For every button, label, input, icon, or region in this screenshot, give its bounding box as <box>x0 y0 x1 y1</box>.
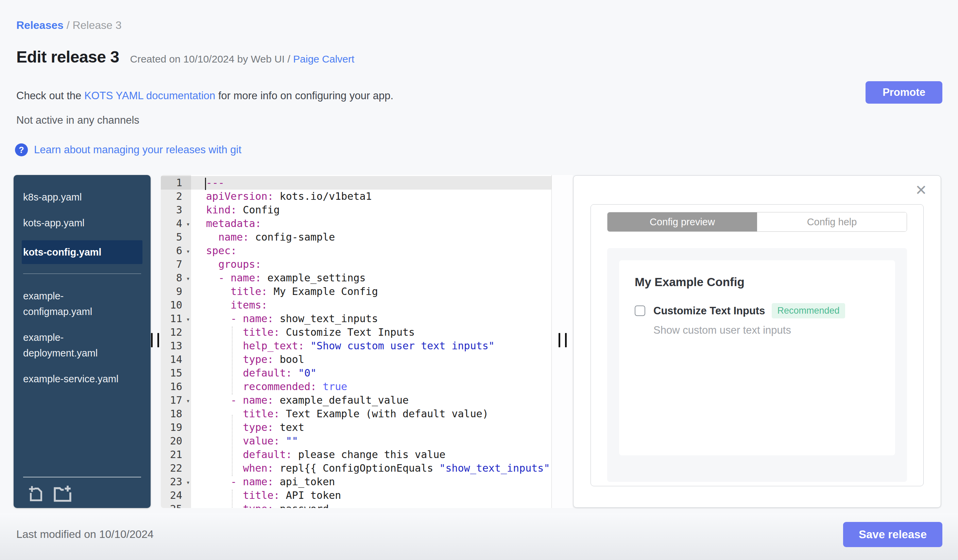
gutter-line-18: 18 <box>161 407 191 421</box>
config-item-row: Customize Text Inputs Recommended <box>635 303 845 318</box>
fold-arrow-icon[interactable]: ▾ <box>186 394 190 407</box>
fold-arrow-icon[interactable]: ▾ <box>186 272 190 285</box>
code-line-11: - name: show_text_inputs <box>191 312 551 326</box>
code-line-15: default: "0" <box>191 366 551 380</box>
file-item-example-deployment.yaml[interactable]: example-deployment.yaml <box>22 329 143 362</box>
fold-arrow-icon[interactable]: ▾ <box>186 217 190 231</box>
breadcrumb-releases-link[interactable]: Releases <box>16 19 63 31</box>
indent-guide <box>232 490 233 508</box>
config-preview-panel: ✕ Config previewConfig help My Example C… <box>573 176 941 508</box>
gutter-line-10: 10 <box>161 298 191 312</box>
code-line-7: groups: <box>191 258 551 271</box>
code-line-21: default: please change this value <box>191 448 551 462</box>
gutter-line-25: 25 <box>161 502 191 508</box>
sidebar-footer-divider <box>23 477 141 478</box>
resize-handle-left[interactable] <box>151 333 159 347</box>
last-modified-text: Last modified on 10/10/2024 <box>16 528 154 541</box>
docs-suffix: for more info on configuring your app. <box>215 90 393 101</box>
file-item-example-configmap.yaml[interactable]: example-configmap.yaml <box>22 288 143 320</box>
file-item-kots-config.yaml[interactable]: kots-config.yaml <box>22 240 143 264</box>
fold-arrow-icon[interactable]: ▾ <box>186 244 190 258</box>
code-lines: ---apiVersion: kots.io/v1beta1kind: Conf… <box>191 176 551 508</box>
gutter-line-24: 24 <box>161 489 191 502</box>
gutter-line-5: 5 <box>161 230 191 244</box>
gutter-line-9: 9 <box>161 285 191 298</box>
gutter-line-1: 1 <box>161 176 191 190</box>
gutter-line-8: 8▾ <box>161 271 191 285</box>
config-group-title: My Example Config <box>635 275 744 289</box>
git-releases-link[interactable]: Learn about managing your releases with … <box>34 144 241 156</box>
gutter-line-16: 16 <box>161 380 191 394</box>
tab-config-help[interactable]: Config help <box>757 212 907 231</box>
code-line-14: type: bool <box>191 353 551 366</box>
code-line-10: items: <box>191 298 551 312</box>
gutter-line-12: 12 <box>161 326 191 339</box>
code-line-19: type: text <box>191 421 551 434</box>
sidebar-footer <box>14 477 151 508</box>
created-text: Created on 10/10/2024 by Web UI / <box>130 53 293 65</box>
drag-bar-icon <box>151 333 153 347</box>
code-line-23: - name: api_token <box>191 475 551 489</box>
drag-bar-icon <box>558 333 560 347</box>
gutter-line-19: 19 <box>161 421 191 434</box>
gutter-line-11: 11▾ <box>161 312 191 326</box>
line-number-gutter: 1234▾56▾78▾91011▾121314151617▾1819202122… <box>161 176 191 508</box>
created-line: Created on 10/10/2024 by Web UI / Paige … <box>130 53 355 65</box>
gutter-line-3: 3 <box>161 203 191 217</box>
fold-arrow-icon[interactable]: ▾ <box>186 312 190 326</box>
drag-bar-icon <box>157 333 159 347</box>
promote-button[interactable]: Promote <box>866 81 942 104</box>
page-title: Edit release 3 <box>16 47 119 66</box>
code-line-20: value: "" <box>191 434 551 448</box>
code-line-22: when: repl{{ ConfigOptionEquals "show_te… <box>191 462 551 475</box>
gutter-line-21: 21 <box>161 448 191 462</box>
code-line-9: title: My Example Config <box>191 285 551 298</box>
file-item-kots-app.yaml[interactable]: kots-app.yaml <box>22 214 143 231</box>
code-line-2: apiVersion: kots.io/v1beta1 <box>191 190 551 203</box>
file-item-k8s-app.yaml[interactable]: k8s-app.yaml <box>22 188 143 206</box>
save-release-button[interactable]: Save release <box>843 522 942 547</box>
add-file-icon[interactable] <box>28 485 44 503</box>
recommended-badge: Recommended <box>772 303 845 318</box>
config-item-label: Customize Text Inputs <box>653 305 765 317</box>
app-root: Releases / Release 3 Edit release 3 Crea… <box>0 0 958 560</box>
gutter-line-20: 20 <box>161 434 191 448</box>
kots-yaml-docs-link[interactable]: KOTS YAML documentation <box>84 90 215 101</box>
resize-handle-right[interactable] <box>558 333 567 347</box>
gutter-line-4: 4▾ <box>161 217 191 230</box>
close-icon[interactable]: ✕ <box>915 183 927 198</box>
gutter-line-7: 7 <box>161 258 191 271</box>
gutter-line-17: 17▾ <box>161 394 191 407</box>
indent-guide <box>232 327 233 394</box>
code-line-3: kind: Config <box>191 203 551 217</box>
add-folder-icon[interactable] <box>53 485 72 503</box>
gutter-line-23: 23▾ <box>161 475 191 489</box>
code-line-1: --- <box>191 176 551 190</box>
question-icon[interactable]: ? <box>15 143 28 156</box>
file-item-example-service.yaml[interactable]: example-service.yaml <box>22 370 143 388</box>
drag-bar-icon <box>565 333 567 347</box>
file-list: k8s-app.yamlkots-app.yamlkots-config.yam… <box>14 175 151 388</box>
channel-status: Not active in any channels <box>16 114 140 127</box>
gutter-line-22: 22 <box>161 462 191 475</box>
tab-config-preview[interactable]: Config preview <box>607 212 757 231</box>
gutter-line-14: 14 <box>161 353 191 366</box>
gutter-line-15: 15 <box>161 366 191 380</box>
config-group-card: My Example Config Customize Text Inputs … <box>619 260 895 456</box>
code-line-8: - name: example_settings <box>191 271 551 285</box>
code-line-25: type: password <box>191 502 551 508</box>
code-line-16: recommended: true <box>191 380 551 394</box>
preview-card: Config previewConfig help My Example Con… <box>590 204 924 486</box>
code-line-4: metadata: <box>191 217 551 230</box>
title-row: Edit release 3 Created on 10/10/2024 by … <box>16 47 354 66</box>
code-line-12: title: Customize Text Inputs <box>191 326 551 339</box>
author-link[interactable]: Paige Calvert <box>293 53 354 65</box>
config-render-area: My Example Config Customize Text Inputs … <box>607 248 907 482</box>
fold-arrow-icon[interactable]: ▾ <box>186 475 190 489</box>
breadcrumb-current: Release 3 <box>72 19 121 31</box>
docs-line: Check out the KOTS YAML documentation fo… <box>16 90 393 102</box>
customize-text-inputs-checkbox[interactable] <box>635 305 645 316</box>
code-area[interactable]: ---apiVersion: kots.io/v1beta1kind: Conf… <box>191 176 551 508</box>
yaml-code-editor[interactable]: 1234▾56▾78▾91011▾121314151617▾1819202122… <box>161 175 552 508</box>
code-line-6: spec: <box>191 244 551 258</box>
